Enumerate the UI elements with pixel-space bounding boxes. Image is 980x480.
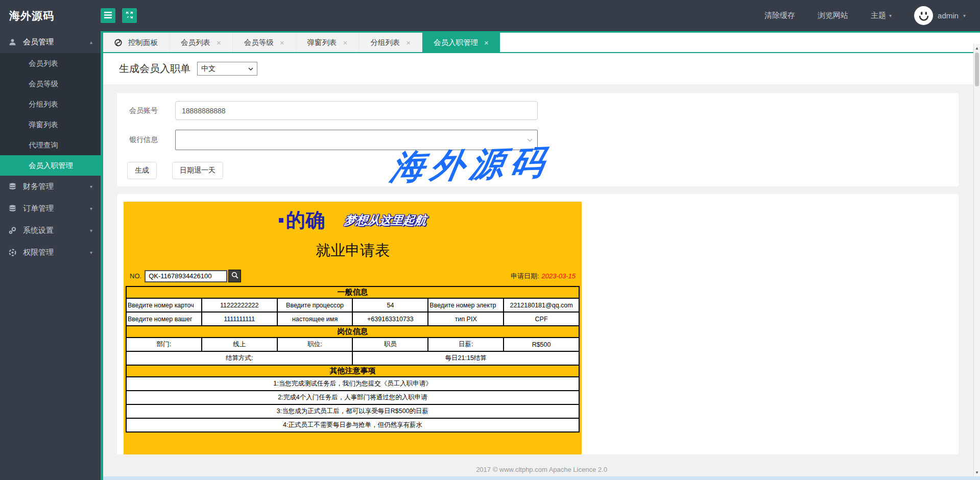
sidebar-item-permission-management[interactable]: 权限管理 ▾ <box>0 242 101 263</box>
dashboard-icon <box>114 39 122 46</box>
cell-processor-value: 54 <box>352 298 428 312</box>
sidebar-item-group-list[interactable]: 分组列表 <box>0 94 101 114</box>
tab-dashboard[interactable]: 控制面板 <box>103 33 170 52</box>
sidebar-item-system-settings[interactable]: 系统设置 ▾ <box>0 220 101 242</box>
generate-button[interactable]: 生成 <box>127 162 157 179</box>
horizontal-scrollbar[interactable] <box>103 476 980 480</box>
section-title: 岗位信息 <box>126 326 579 338</box>
account-label: 会员账号 <box>127 106 158 115</box>
no-label: NO. <box>130 272 141 280</box>
expand-icon <box>126 11 133 20</box>
clear-cache-link[interactable]: 清除缓存 <box>764 11 795 20</box>
globe-icon <box>8 249 16 257</box>
generator-panel: 会员账号 银行信息 生成 日期退一天 <box>117 93 959 186</box>
cell-pix-type-value: CPF <box>504 312 579 326</box>
search-button[interactable] <box>228 270 241 282</box>
chevron-down-icon <box>248 67 253 70</box>
sidebar-item-agent-query[interactable]: 代理查询 <box>0 135 101 155</box>
sub-item-label: 会员等级 <box>29 79 58 89</box>
sub-item-label: 会员入职管理 <box>29 161 73 171</box>
chevron-down-icon: ▾ <box>90 206 92 211</box>
note-4: 4:正式员工不需要每日参与抢单，但仍然享有薪水 <box>126 418 579 432</box>
table-row: Введите номер вашег 1111111111 настоящее… <box>126 312 579 326</box>
tab-bar: 控制面板 会员列表 × 会员等级 × 弹窗列表 × 分组列表 × 会员入职管理 … <box>103 31 980 53</box>
close-icon[interactable]: × <box>406 38 411 47</box>
cell-card-number-value: 11222222222 <box>202 298 277 312</box>
sidebar-item-member-onboarding[interactable]: 会员入职管理 <box>0 155 101 176</box>
chevron-down-icon: ▾ <box>889 13 892 18</box>
sidebar: 会员管理 ▴ 会员列表 会员等级 分组列表 弹窗列表 代理查询 会员入职管理 财… <box>0 31 101 480</box>
page-header: 生成会员入职单 中文 <box>103 53 980 84</box>
sidebar-item-finance-management[interactable]: 财务管理 ▾ <box>0 176 101 198</box>
application-no-row: NO. 申请日期:2023-03-15 <box>124 270 582 282</box>
table-row: 1:当您完成测试任务后，我们为您提交《员工入职申请》 <box>126 377 579 391</box>
cell-your-number-value: 1111111111 <box>202 312 277 326</box>
cell-position-label: 职位: <box>277 338 353 351</box>
table-row: Введите номер карточ 11222222222 Введите… <box>126 298 579 312</box>
username: admin <box>938 11 959 20</box>
cell-pix-type-label: тип PIX <box>428 312 504 326</box>
date-back-one-day-button[interactable]: 日期退一天 <box>172 162 223 179</box>
close-icon[interactable]: × <box>343 38 348 47</box>
hamburger-icon <box>104 12 112 20</box>
tab-label: 控制面板 <box>128 38 158 47</box>
search-icon <box>231 272 238 280</box>
user-menu[interactable]: admin ▾ <box>914 6 966 25</box>
note-2: 2:完成4个入门任务后，人事部门将通过您的入职申请 <box>126 391 579 404</box>
chevron-up-icon: ▴ <box>90 39 92 45</box>
cell-card-number-label: Введите номер карточ <box>126 298 202 312</box>
sidebar-item-member-management[interactable]: 会员管理 ▴ <box>0 31 101 53</box>
table-row: 2:完成4个入门任务后，人事部门将通过您的入职申请 <box>126 391 579 404</box>
language-select[interactable]: 中文 <box>197 62 257 76</box>
browse-site-link[interactable]: 浏览网站 <box>818 11 848 20</box>
brand-name: 的确 <box>286 210 325 230</box>
close-icon[interactable]: × <box>280 38 284 47</box>
tab-member-list[interactable]: 会员列表 × <box>170 33 233 52</box>
vertical-scrollbar[interactable]: ▲ ▼ <box>973 44 980 476</box>
scrollbar-thumb[interactable] <box>975 53 979 86</box>
table-row: 部门: 线上 职位: 职员 日薪: R$500 <box>126 338 579 351</box>
close-icon[interactable]: × <box>217 38 221 47</box>
tab-group-list[interactable]: 分组列表 × <box>359 33 422 52</box>
section-header-general: 一般信息 <box>126 286 579 298</box>
bank-select[interactable] <box>175 130 538 150</box>
tab-member-onboarding[interactable]: 会员入职管理 × <box>422 33 500 52</box>
tab-label: 会员入职管理 <box>434 38 478 47</box>
sidebar-toggle-button[interactable] <box>101 8 115 23</box>
scroll-down-icon[interactable]: ▼ <box>974 469 980 476</box>
fullscreen-button[interactable] <box>122 8 137 23</box>
cell-salary-label: 日薪: <box>428 338 504 351</box>
sidebar-item-member-level[interactable]: 会员等级 <box>0 74 101 94</box>
main-area: 控制面板 会员列表 × 会员等级 × 弹窗列表 × 分组列表 × 会员入职管理 … <box>101 31 980 480</box>
note-3: 3:当您成为正式员工后，都可以享受每日R$500的日薪 <box>126 404 579 418</box>
close-icon[interactable]: × <box>484 38 489 47</box>
tab-label: 分组列表 <box>370 38 400 47</box>
section-title: 其他注意事项 <box>126 365 579 377</box>
application-no-input[interactable] <box>145 270 227 282</box>
application-panel: 的确 梦想从这里起航 就业申请表 NO. 申请日期:2023-03-15 <box>117 194 959 454</box>
cell-processor-label: Введите процессор <box>277 298 353 312</box>
application-title: 就业申请表 <box>124 241 582 261</box>
theme-menu[interactable]: 主题 ▾ <box>871 11 892 20</box>
sidebar-item-label: 订单管理 <box>23 204 54 213</box>
table-row: 4:正式员工不需要每日参与抢单，但仍然享有薪水 <box>126 418 579 432</box>
scroll-up-icon[interactable]: ▲ <box>974 44 980 52</box>
tab-popup-list[interactable]: 弹窗列表 × <box>296 33 360 52</box>
gears-icon <box>8 227 16 235</box>
section-header-notes: 其他注意事项 <box>126 365 579 377</box>
cell-settlement-value: 每日21:15结算 <box>352 351 579 365</box>
section-header-job: 岗位信息 <box>126 326 579 338</box>
sidebar-item-member-list[interactable]: 会员列表 <box>0 53 101 74</box>
section-title: 一般信息 <box>126 286 579 298</box>
tab-member-level[interactable]: 会员等级 × <box>233 33 296 52</box>
brand-slogan: 梦想从这里起航 <box>343 212 427 228</box>
date-label: 申请日期: <box>511 272 539 280</box>
account-input[interactable] <box>175 101 538 120</box>
page-title: 生成会员入职单 <box>119 62 190 76</box>
sidebar-item-order-management[interactable]: 订单管理 ▾ <box>0 198 101 220</box>
table-row: 3:当您成为正式员工后，都可以享受每日R$500的日薪 <box>126 404 579 418</box>
note-1: 1:当您完成测试任务后，我们为您提交《员工入职申请》 <box>126 377 579 391</box>
generator-buttons: 生成 日期退一天 <box>117 162 959 179</box>
cell-salary-value: R$500 <box>504 338 579 351</box>
sidebar-item-popup-list[interactable]: 弹窗列表 <box>0 114 101 135</box>
